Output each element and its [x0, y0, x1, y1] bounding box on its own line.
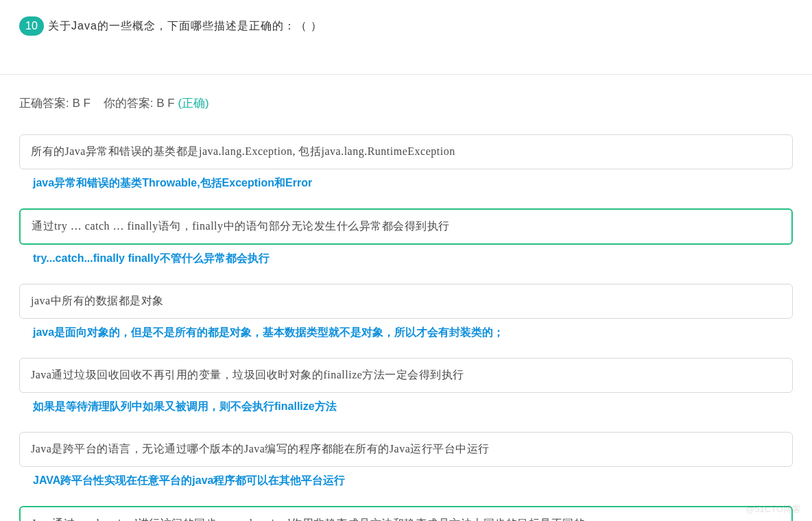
option-item[interactable]: Java通过垃圾回收回收不再引用的变量，垃圾回收时对象的finallize方法一…: [19, 358, 793, 393]
option-item[interactable]: Java通过synchronized进行访问的同步，synchronized作用…: [19, 506, 793, 521]
option-item[interactable]: Java是跨平台的语言，无论通过哪个版本的Java编写的程序都能在所有的Java…: [19, 432, 793, 467]
correct-answer-label: 正确答案: B F: [19, 97, 91, 110]
option-item[interactable]: 所有的Java异常和错误的基类都是java.lang.Exception, 包括…: [19, 134, 793, 169]
question-page: 10 关于Java的一些概念，下面哪些描述是正确的：（ ） 正确答案: B F …: [0, 0, 812, 521]
option-item[interactable]: java中所有的数据都是对象: [19, 284, 793, 319]
question-number-badge: 10: [19, 16, 44, 36]
option-explanation: try...catch...finally finally不管什么异常都会执行: [33, 252, 793, 266]
option-item[interactable]: 通过try … catch … finally语句，finally中的语句部分无…: [19, 208, 793, 245]
question-text: 关于Java的一些概念，下面哪些描述是正确的：（ ）: [48, 19, 322, 34]
question-header: 10 关于Java的一些概念，下面哪些描述是正确的：（ ）: [0, 0, 812, 36]
answer-line: 正确答案: B F 你的答案: B F (正确): [0, 75, 812, 117]
option-explanation: java是面向对象的，但是不是所有的都是对象，基本数据类型就不是对象，所以才会有…: [33, 326, 793, 340]
option-explanation: JAVA跨平台性实现在任意平台的java程序都可以在其他平台运行: [33, 474, 793, 488]
option-explanation: 如果是等待清理队列中如果又被调用，则不会执行finallize方法: [33, 400, 793, 414]
option-explanation: java异常和错误的基类Throwable,包括Exception和Error: [33, 176, 793, 191]
your-answer-label: 你的答案: B F: [104, 97, 175, 110]
answer-status: (正确): [178, 97, 208, 110]
options-list: 所有的Java异常和错误的基类都是java.lang.Exception, 包括…: [0, 134, 812, 521]
